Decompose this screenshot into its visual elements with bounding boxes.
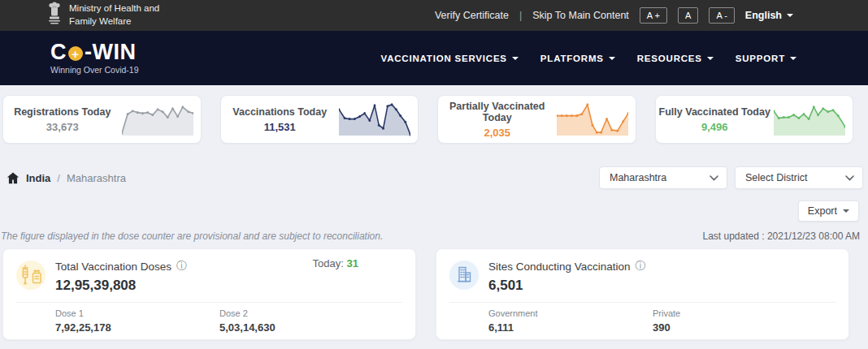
- breadcrumb: India / Maharashtra: [7, 172, 126, 184]
- total-vaccination-doses-card: Today: 31 Total Vaccination Doses ⓘ: [2, 248, 416, 340]
- nav-platforms[interactable]: PLATFORMS: [540, 54, 615, 63]
- main-navbar: C + -WIN Winning Over Covid-19 VACCINATI…: [0, 31, 868, 85]
- today-label: Today:: [313, 257, 344, 269]
- state-select-value: Maharashtra: [610, 172, 666, 183]
- syringe-vial-icon: [16, 261, 46, 290]
- verify-certificate-link[interactable]: Verify Certificate: [435, 10, 509, 21]
- government-label: Government: [488, 308, 653, 318]
- provisional-note: The figure displayed in the dose counter…: [1, 231, 383, 242]
- language-selector[interactable]: English: [745, 10, 793, 21]
- fully-vaccinated-sparkline: [774, 101, 845, 137]
- government-value: 6,111: [488, 321, 653, 334]
- district-select-value: Select District: [745, 172, 807, 183]
- dose2-value: 5,03,14,630: [219, 321, 276, 334]
- font-increase-button[interactable]: A +: [640, 7, 667, 24]
- nav-label: VACCINATION SERVICES: [381, 54, 507, 63]
- chevron-down-icon: [707, 57, 714, 60]
- chevron-down-icon: [787, 14, 793, 17]
- export-label: Export: [808, 205, 837, 217]
- total-sites-value: 6,501: [488, 278, 646, 294]
- nav-menu: VACCINATION SERVICES PLATFORMS RESOURCES…: [381, 54, 796, 63]
- stat-value: 2,035: [438, 127, 557, 139]
- chevron-down-icon: [609, 57, 615, 60]
- dose1-value: 7,92,25,178: [55, 321, 219, 334]
- nav-label: RESOURCES: [637, 54, 702, 63]
- ministry-name: Ministry of Health and Family Welfare: [69, 2, 159, 28]
- font-normal-button[interactable]: A: [678, 7, 698, 24]
- logo-text: -WIN: [85, 41, 136, 63]
- chevron-down-icon: [790, 57, 796, 60]
- cowin-logo[interactable]: C + -WIN Winning Over Covid-19: [50, 41, 139, 75]
- chevron-down-icon: [710, 175, 718, 181]
- nav-vaccination-services[interactable]: VACCINATION SERVICES: [381, 54, 519, 63]
- india-emblem-icon: [47, 2, 62, 29]
- export-button[interactable]: Export: [798, 200, 859, 222]
- fully-vaccinated-today-card: Fully Vaccinated Today 9,496: [655, 95, 854, 144]
- total-doses-value: 12,95,39,808: [55, 278, 187, 294]
- vaccinations-sparkline: [339, 101, 410, 137]
- stat-label: Fully Vaccinated Today: [656, 106, 775, 118]
- nav-label: PLATFORMS: [540, 54, 604, 63]
- sites-conducting-vaccination-card: Sites Conducting Vaccination ⓘ 6,501 Gov…: [436, 248, 849, 340]
- district-select[interactable]: Select District: [735, 166, 863, 189]
- stat-value: 33,673: [3, 121, 122, 133]
- vaccinations-today-card: Vaccinations Today 11,531: [220, 95, 419, 144]
- info-icon[interactable]: ⓘ: [636, 259, 646, 274]
- ministry-block: Ministry of Health and Family Welfare: [47, 2, 159, 29]
- breadcrumb-separator: /: [57, 172, 60, 184]
- nav-resources[interactable]: RESOURCES: [637, 54, 714, 63]
- card-title: Total Vaccination Doses ⓘ: [55, 259, 187, 274]
- stat-value: 11,531: [221, 121, 340, 133]
- stat-label: Vaccinations Today: [221, 106, 340, 118]
- building-icon: [449, 261, 479, 290]
- dose1-label: Dose 1: [55, 308, 219, 318]
- card-title: Sites Conducting Vaccination ⓘ: [488, 259, 646, 274]
- chevron-down-icon: [845, 175, 854, 181]
- chevron-down-icon: [843, 209, 849, 213]
- nav-label: SUPPORT: [736, 54, 785, 63]
- chevron-down-icon: [512, 57, 519, 60]
- private-value: 390: [653, 321, 680, 334]
- today-count: Today: 31: [313, 257, 358, 269]
- today-stats-row: Registrations Today 33,673 Vaccinations …: [0, 85, 868, 144]
- stat-label: Registrations Today: [3, 106, 122, 118]
- font-decrease-button[interactable]: A -: [709, 7, 734, 24]
- breadcrumb-india[interactable]: India: [26, 172, 50, 184]
- home-icon[interactable]: [7, 172, 20, 184]
- stat-label: Partially Vaccinated Today: [438, 101, 557, 123]
- skip-to-main-content-link[interactable]: Skip To Main Content: [532, 10, 629, 21]
- logo-text: C: [50, 41, 67, 63]
- card-title-text: Sites Conducting Vaccination: [488, 261, 631, 273]
- nav-support[interactable]: SUPPORT: [736, 54, 796, 63]
- dose2-label: Dose 2: [219, 308, 276, 318]
- card-title-text: Total Vaccination Doses: [55, 261, 171, 273]
- partially-vaccinated-sparkline: [557, 101, 628, 137]
- today-value: 31: [347, 257, 358, 269]
- meta-bar: Ministry of Health and Family Welfare Ve…: [0, 0, 868, 31]
- plus-circle-icon: +: [68, 46, 83, 61]
- info-icon[interactable]: ⓘ: [176, 259, 187, 274]
- partially-vaccinated-today-card: Partially Vaccinated Today 2,035: [437, 95, 636, 144]
- state-select[interactable]: Maharashtra: [599, 166, 727, 189]
- breadcrumb-maharashtra: Maharashtra: [67, 172, 126, 184]
- logo-tagline: Winning Over Covid-19: [50, 65, 139, 75]
- separator: |: [519, 10, 522, 21]
- private-label: Private: [653, 308, 680, 318]
- stat-value: 9,496: [656, 121, 775, 133]
- registrations-sparkline: [122, 101, 193, 137]
- last-updated: Last updated : 2021/12/23 08:00 AM: [703, 231, 861, 242]
- language-label: English: [745, 10, 782, 21]
- registrations-today-card: Registrations Today 33,673: [2, 95, 202, 144]
